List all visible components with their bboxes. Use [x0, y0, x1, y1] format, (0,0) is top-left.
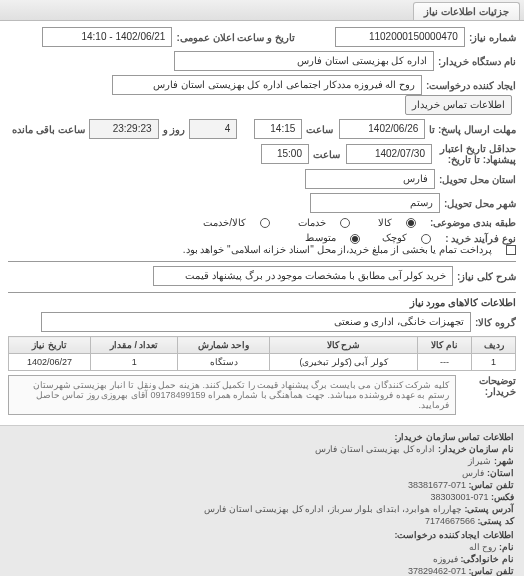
col-name: نام کالا [418, 337, 472, 354]
buyer-org-field: اداره کل بهزیستی استان فارس [174, 51, 434, 71]
footer-city: شیراز [468, 456, 491, 466]
category-label: طبقه بندی موضوعی: [430, 217, 516, 228]
request-no-label: شماره نیاز: [469, 32, 516, 43]
radio-kala-label: کالا [378, 217, 392, 228]
radio-icon [260, 218, 270, 228]
city-label: شهر محل تحویل: [444, 198, 516, 209]
col-row: ردیف [472, 337, 516, 354]
deadline-date-field: 1402/06/26 [339, 119, 425, 139]
checkbox-icon [506, 245, 516, 255]
table-row[interactable]: 1 --- کولر آبی (کولر تبخیری) دستگاه 1 14… [9, 354, 516, 371]
radio-kalakhadmat-label: کالا/خدمت [203, 217, 246, 228]
notes-text: کلیه شرکت کنندگان می بایست برگ پیشنهاد ق… [8, 375, 456, 415]
validity-date-field: 1402/07/30 [346, 144, 432, 164]
city-field: رستم [310, 193, 440, 213]
col-unit: واحد شمارش [178, 337, 270, 354]
goods-table: ردیف نام کالا شرح کالا واحد شمارش تعداد … [8, 336, 516, 371]
announce-field: 1402/06/21 - 14:10 [42, 27, 172, 47]
request-no-field: 1102000150000470 [335, 27, 465, 47]
radio-icon [340, 218, 350, 228]
radio-icon [406, 218, 416, 228]
desc-label: شرح کلی نیاز: [457, 271, 516, 282]
footer-province: فارس [462, 468, 484, 478]
validity-label: حداقل تاریخ اعتبار پیشنهاد: تا تاریخ: [436, 143, 516, 165]
radio-khadamat-label: خدمات [298, 217, 326, 228]
radio-mid[interactable]: متوسط [291, 232, 360, 243]
tab-details[interactable]: جزئیات اطلاعات نیاز [413, 2, 520, 20]
footer-clast: فیروزه [433, 554, 458, 564]
cell-qty: 1 [91, 354, 178, 371]
time-remaining-field: 23:29:23 [89, 119, 159, 139]
tab-bar: جزئیات اطلاعات نیاز [0, 0, 524, 21]
goods-group-label: گروه کالا: [475, 317, 516, 328]
goods-group-field: تجهیزات خانگی، اداری و صنعتی [41, 312, 471, 332]
footer-tel: 071-38381677 [408, 480, 466, 490]
footer-zip: 7174667566 [425, 516, 475, 526]
validity-time-field: 15:00 [261, 144, 309, 164]
footer-fax: 071-38303001 [430, 492, 488, 502]
footer-province-label: استان: [487, 468, 514, 478]
notes-label: توضیحات خریدار: [456, 371, 516, 397]
form-body: شماره نیاز: 1102000150000470 تاریخ و ساع… [0, 21, 524, 425]
deadline-time-field: 14:15 [254, 119, 302, 139]
footer-cphone: 071-37829462 [408, 566, 466, 576]
footer-address: چهارراه هوابرد، ابتدای بلوار سرباز، ادار… [204, 504, 462, 514]
radio-mid-label: متوسط [305, 232, 336, 243]
deadline-label: مهلت ارسال پاسخ: تا [429, 124, 516, 135]
footer-clast-label: نام خانوادگی: [461, 554, 515, 564]
province-label: استان محل تحویل: [439, 174, 516, 185]
cell-desc: کولر آبی (کولر تبخیری) [270, 354, 418, 371]
divider [8, 261, 516, 262]
days-remaining-field: 4 [189, 119, 237, 139]
announce-label: تاریخ و ساعت اعلان عمومی: [176, 32, 294, 43]
footer-org: اداره کل بهزیستی استان فارس [315, 444, 435, 454]
radio-icon [421, 234, 431, 244]
goods-section-title: اطلاعات کالاهای مورد نیاز [8, 297, 516, 308]
cell-date: 1402/06/27 [9, 354, 91, 371]
creator-field: روح اله فیروزه مددکار اجتماعی اداره کل ب… [112, 75, 422, 95]
footer-city-label: شهر: [494, 456, 514, 466]
purchase-process-label: نوع فرآیند خرید : [445, 233, 516, 244]
col-qty: تعداد / مقدار [91, 337, 178, 354]
radio-small-label: کوچک [382, 232, 407, 243]
col-date: تاریخ نیاز [9, 337, 91, 354]
validity-time-label: ساعت [313, 149, 340, 160]
buyer-org-label: نام دستگاه خریدار: [438, 56, 516, 67]
footer-contact: اطلاعات تماس سازمان خریدار: نام سازمان خ… [0, 425, 524, 576]
radio-icon [350, 234, 360, 244]
cell-row: 1 [472, 354, 516, 371]
checkbox-treasury[interactable]: پرداخت تمام یا بخشی از مبلغ خرید،از محل … [169, 244, 516, 255]
deadline-time-label: ساعت [306, 124, 333, 135]
days-label: روز و [163, 124, 186, 135]
remaining-suffix: ساعت باقی مانده [12, 124, 85, 135]
footer-address-label: آدرس پستی: [465, 504, 515, 514]
footer-org-label: نام سازمان خریدار: [438, 444, 514, 454]
province-field: فارس [305, 169, 435, 189]
radio-kalakhadmat[interactable]: کالا/خدمت [189, 217, 270, 228]
desc-field: خرید کولر آبی مطابق با مشخصات موجود در ب… [153, 266, 453, 286]
col-desc: شرح کالا [270, 337, 418, 354]
radio-small[interactable]: کوچک [368, 232, 431, 243]
cell-unit: دستگاه [178, 354, 270, 371]
footer-fax-label: فکس: [491, 492, 514, 502]
footer-tel-label: تلفن تماس: [469, 480, 515, 490]
buyer-contact-button[interactable]: اطلاعات تماس خریدار [405, 95, 512, 115]
footer-cphone-label: تلفن تماس: [469, 566, 515, 576]
radio-kala[interactable]: کالا [364, 217, 416, 228]
creator-label: ایجاد کننده درخواست: [426, 80, 516, 91]
radio-khadamat[interactable]: خدمات [284, 217, 350, 228]
footer-cname: روح اله [469, 542, 497, 552]
footer-creator-title: اطلاعات ایجاد کننده درخواست: [10, 530, 514, 540]
cell-name: --- [418, 354, 472, 371]
divider [8, 292, 516, 293]
treasury-note: پرداخت تمام یا بخشی از مبلغ خرید،از محل … [183, 244, 492, 255]
footer-title: اطلاعات تماس سازمان خریدار: [10, 432, 514, 442]
footer-zip-label: کد پستی: [478, 516, 515, 526]
footer-cname-label: نام: [499, 542, 514, 552]
